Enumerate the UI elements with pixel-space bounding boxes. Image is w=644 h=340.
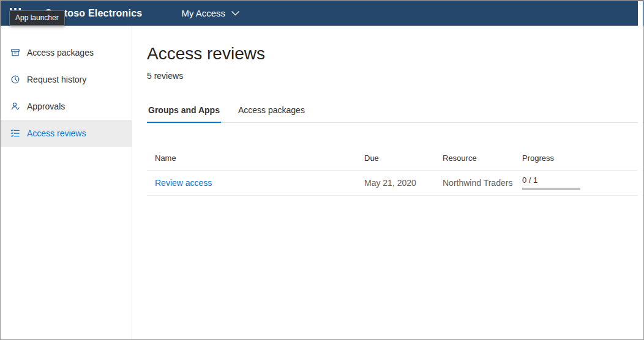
tab-bar: Groups and Apps Access packages <box>147 105 643 123</box>
app-launcher-tooltip: App launcher <box>9 10 65 26</box>
resource-name: Northwind Traders <box>443 178 522 188</box>
my-access-label: My Access <box>181 8 225 18</box>
sidebar-item-request-history[interactable]: Request history <box>1 66 132 93</box>
table-row: Review access May 21, 2020 Northwind Tra… <box>147 171 643 196</box>
sidebar-item-access-reviews[interactable]: Access reviews <box>1 120 132 147</box>
table-header: Name Due Resource Progress <box>147 146 643 171</box>
my-access-menu[interactable]: My Access <box>181 8 239 18</box>
page-scrollbar[interactable] <box>638 1 643 340</box>
column-header-due: Due <box>364 153 443 163</box>
history-icon <box>10 75 20 84</box>
tab-access-packages[interactable]: Access packages <box>237 105 306 123</box>
main-content: Access reviews 5 reviews Groups and Apps… <box>132 26 643 340</box>
progress-label: 0 / 1 <box>522 176 643 185</box>
sidebar-item-label: Access reviews <box>27 128 86 138</box>
due-date: May 21, 2020 <box>364 178 443 188</box>
sidebar-item-approvals[interactable]: Approvals <box>1 93 132 120</box>
person-icon <box>10 102 20 111</box>
reviews-table: Name Due Resource Progress Review access… <box>147 146 643 196</box>
sidebar-item-label: Access packages <box>27 48 94 57</box>
my-access-portal: Contoso Electronics My Access App launch… <box>0 0 644 340</box>
column-header-resource: Resource <box>443 153 522 163</box>
column-header-progress: Progress <box>522 153 643 163</box>
review-count: 5 reviews <box>147 71 643 81</box>
sidebar-item-label: Approvals <box>27 102 65 111</box>
progress-cell: 0 / 1 <box>522 176 643 190</box>
chevron-down-icon <box>231 11 239 16</box>
checklist-icon <box>10 128 20 138</box>
top-bar: Contoso Electronics My Access <box>1 1 643 26</box>
tab-groups-and-apps[interactable]: Groups and Apps <box>147 105 221 123</box>
package-icon <box>10 48 20 57</box>
sidebar-item-access-packages[interactable]: Access packages <box>1 39 132 66</box>
sidebar: Access packages Request history <box>1 26 132 340</box>
progress-bar <box>522 188 580 190</box>
column-header-name: Name <box>155 153 364 163</box>
review-link[interactable]: Review access <box>155 178 212 188</box>
page-title: Access reviews <box>147 44 643 64</box>
sidebar-item-label: Request history <box>27 75 86 84</box>
